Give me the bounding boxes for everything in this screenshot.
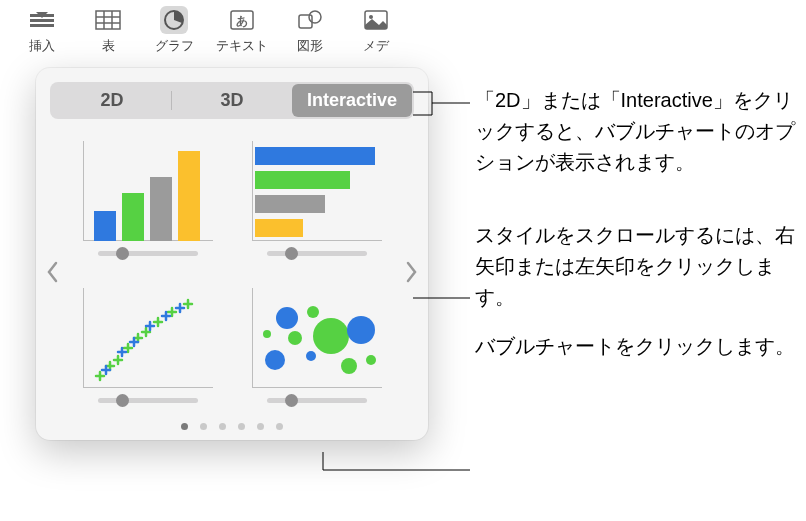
svg-point-29 [347, 316, 375, 344]
style-slider[interactable] [267, 251, 367, 256]
svg-point-23 [265, 350, 285, 370]
svg-point-32 [263, 330, 271, 338]
chart-style-bar[interactable] [243, 141, 390, 256]
scatter-chart-preview [83, 288, 213, 388]
svg-rect-16 [122, 193, 144, 241]
chevron-right-icon [406, 261, 418, 283]
toolbar-shape[interactable]: 図形 [286, 6, 334, 55]
shape-icon [296, 6, 324, 34]
svg-rect-18 [178, 151, 200, 241]
svg-rect-19 [255, 147, 375, 165]
toolbar-table-label: 表 [102, 37, 115, 55]
toolbar: 挿入 表 グラフ あ テキスト 図形 メデ [0, 0, 806, 55]
bar-chart-preview [252, 141, 382, 241]
column-chart-preview [83, 141, 213, 241]
svg-rect-22 [255, 219, 303, 237]
toolbar-media-label: メデ [363, 37, 389, 55]
toolbar-insert-label: 挿入 [29, 37, 55, 55]
svg-rect-20 [255, 171, 350, 189]
page-dots[interactable] [50, 423, 414, 430]
page-dot[interactable] [257, 423, 264, 430]
svg-point-25 [276, 307, 298, 329]
svg-text:あ: あ [236, 14, 248, 28]
toolbar-chart-label: グラフ [155, 37, 194, 55]
style-slider[interactable] [98, 251, 198, 256]
svg-point-24 [288, 331, 302, 345]
page-dot[interactable] [181, 423, 188, 430]
svg-rect-21 [255, 195, 325, 213]
page-dot[interactable] [276, 423, 283, 430]
next-arrow[interactable] [402, 252, 422, 292]
chart-type-segmented-control: 2D 3D Interactive [50, 82, 414, 119]
svg-rect-2 [30, 24, 54, 27]
callout-bubble: バブルチャートをクリックします。 [475, 331, 795, 362]
svg-rect-1 [30, 19, 54, 22]
prev-arrow[interactable] [42, 252, 62, 292]
insert-icon [28, 6, 56, 34]
table-icon [94, 6, 122, 34]
style-slider[interactable] [267, 398, 367, 403]
callout-tabs: 「2D」または「Interactive」をクリックすると、バブルチャートのオプシ… [475, 85, 795, 178]
pie-chart-icon [160, 6, 188, 34]
svg-point-27 [306, 351, 316, 361]
svg-rect-17 [150, 177, 172, 241]
bubble-chart-preview [252, 288, 382, 388]
toolbar-text[interactable]: あ テキスト [216, 6, 268, 55]
svg-point-14 [369, 15, 373, 19]
toolbar-shape-label: 図形 [297, 37, 323, 55]
chart-popover: 2D 3D Interactive [36, 68, 428, 440]
toolbar-insert[interactable]: 挿入 [18, 6, 66, 55]
svg-point-12 [309, 11, 321, 23]
toolbar-table[interactable]: 表 [84, 6, 132, 55]
chart-style-scatter[interactable] [74, 288, 221, 403]
segment-3d[interactable]: 3D [172, 84, 292, 117]
page-dot[interactable] [238, 423, 245, 430]
chart-style-column[interactable] [74, 141, 221, 256]
toolbar-text-label: テキスト [216, 37, 268, 55]
svg-point-31 [366, 355, 376, 365]
chart-style-grid [50, 141, 414, 403]
style-slider[interactable] [98, 398, 198, 403]
page-dot[interactable] [219, 423, 226, 430]
text-icon: あ [228, 6, 256, 34]
svg-rect-3 [96, 11, 120, 29]
help-annotations: 「2D」または「Interactive」をクリックすると、バブルチャートのオプシ… [475, 85, 795, 380]
segment-interactive[interactable]: Interactive [292, 84, 412, 117]
svg-point-30 [341, 358, 357, 374]
svg-point-26 [307, 306, 319, 318]
toolbar-chart[interactable]: グラフ [150, 6, 198, 55]
chevron-left-icon [46, 261, 58, 283]
chart-style-bubble[interactable] [243, 288, 390, 403]
svg-point-28 [313, 318, 349, 354]
media-icon [362, 6, 390, 34]
page-dot[interactable] [200, 423, 207, 430]
segment-2d[interactable]: 2D [52, 84, 172, 117]
svg-rect-15 [94, 211, 116, 241]
callout-arrows: スタイルをスクロールするには、右矢印または左矢印をクリックします。 [475, 220, 795, 313]
toolbar-media[interactable]: メデ [352, 6, 400, 55]
